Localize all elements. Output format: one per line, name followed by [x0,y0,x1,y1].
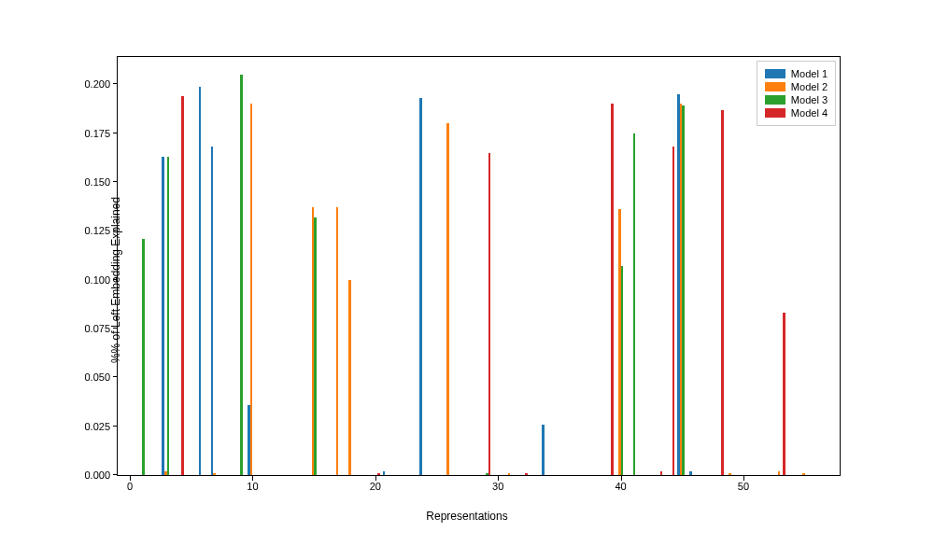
y-tick-mark [113,181,118,182]
bar [611,104,614,475]
bar [689,471,692,475]
y-tick-label: 0.000 [84,469,118,481]
legend-item: Model 1 [765,68,828,79]
legend-label: Model 4 [791,107,828,119]
bar [181,96,184,475]
y-tick-mark [113,426,118,427]
y-tick-mark [113,83,118,84]
y-tick-mark [113,376,118,377]
bar [240,75,243,475]
bar [199,87,202,476]
bar [162,157,164,475]
y-tick-label: 0.150 [84,176,118,188]
bar [488,153,491,475]
bar [446,123,449,475]
bar [542,425,545,475]
legend-label: Model 2 [791,81,828,92]
bar [336,207,339,475]
bar [778,471,781,475]
bar [729,473,731,475]
bar [314,217,317,475]
legend-swatch [765,108,785,118]
x-axis-label: Representations [426,510,507,523]
x-tick-mark [130,476,131,481]
bar [721,110,724,475]
legend-item: Model 2 [765,81,828,92]
plot-area: 0.0000.0250.0500.0750.1000.1250.1500.175… [117,56,841,476]
bar [142,239,145,475]
bar [660,471,663,475]
bar [633,133,636,475]
bar [508,473,511,475]
x-tick-mark [375,476,376,481]
x-tick-mark [498,476,499,481]
y-tick-label: 0.025 [84,421,118,432]
legend-swatch [765,95,785,105]
bar [211,147,214,475]
bar [213,473,216,475]
bar [250,104,253,475]
bar [621,266,624,475]
bar [419,98,422,475]
bar [783,313,785,475]
legend-label: Model 1 [791,68,828,79]
y-tick-label: 0.200 [84,78,118,90]
legend-item: Model 3 [765,94,828,105]
y-tick-mark [113,133,118,133]
legend-swatch [765,69,785,78]
bar [682,105,685,475]
bar [802,473,805,475]
bar [167,157,170,475]
y-tick-label: 0.175 [84,128,118,139]
y-axis-label: %% of Left Embedding Explained [109,197,122,363]
x-tick-mark [252,476,253,481]
y-tick-mark [113,474,118,475]
bar [525,473,528,475]
x-tick-mark [621,476,622,481]
x-tick-mark [743,476,744,481]
chart-container: 0.0000.0250.0500.0750.1000.1250.1500.175… [0,0,934,560]
legend-item: Model 4 [765,107,828,119]
legend-label: Model 3 [791,94,828,105]
bar [377,473,380,475]
bar [672,147,675,475]
legend: Model 1Model 2Model 3Model 4 [757,61,836,126]
legend-swatch [765,82,785,91]
y-tick-label: 0.050 [84,371,118,383]
bar [383,471,386,475]
bar [348,280,351,475]
